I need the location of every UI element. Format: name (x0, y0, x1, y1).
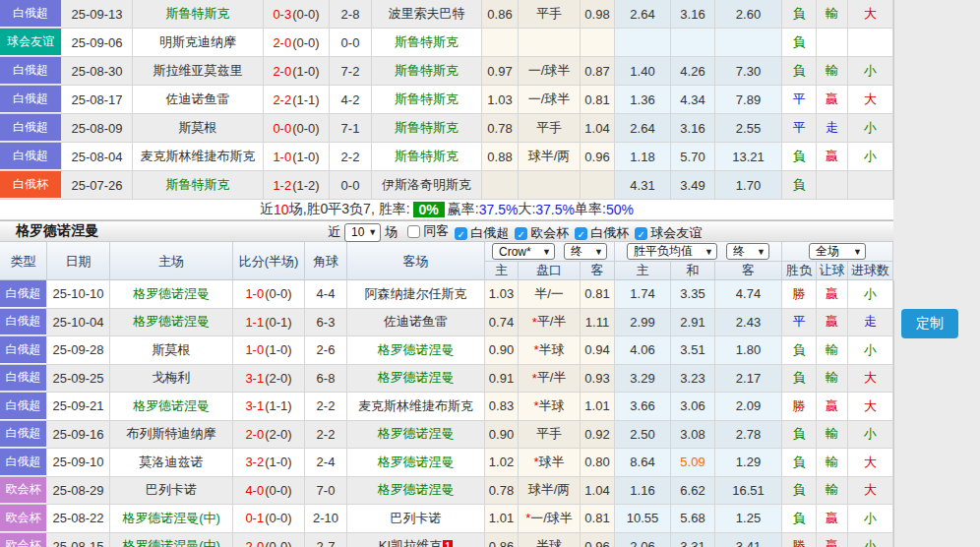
handicap-line: 球半/两 (519, 477, 581, 505)
home-team-name: 格罗德诺涅曼 (133, 285, 210, 303)
avg-odds-type-select[interactable]: 胜平负均值▼ (627, 243, 717, 260)
away-team[interactable]: 格罗德诺涅曼 (347, 365, 485, 393)
avg-draw-odds (671, 29, 715, 56)
avg-odds-value: 3.23 (680, 371, 704, 386)
result-handicap: 贏 (817, 533, 848, 547)
home-team[interactable]: 莫洛迪兹诺 (110, 449, 233, 476)
home-team-name: 布列斯特迪纳摩 (127, 425, 216, 443)
home-team-name: 格罗德诺涅曼(中) (122, 537, 220, 547)
avg-odds-value: 3.08 (680, 427, 704, 442)
away-team[interactable]: 斯鲁特斯克 (372, 86, 482, 113)
match-row: 欧会杯25-08-22格罗德诺涅曼(中)0-1(0-0)2-10巴列卡诺1.01… (0, 505, 893, 533)
away-team[interactable]: 麦克斯林维捷布斯克 (347, 393, 485, 420)
home-team[interactable]: 格罗德诺涅曼 (110, 280, 233, 308)
handicap-line: 平手 (519, 0, 581, 28)
home-team[interactable]: 斯莫根 (110, 336, 233, 364)
handicap-line: 球半/两 (519, 143, 581, 170)
filter-checkbox[interactable]: ✓ (575, 227, 587, 240)
result-goals: 小 (848, 57, 893, 85)
league-badge: 白俄超 (0, 365, 47, 393)
home-team[interactable]: 巴列卡诺 (110, 477, 233, 505)
result-handicap: 贏 (817, 280, 848, 308)
match-row: 白俄超25-09-16布列斯特迪纳摩2-0(2-0)2-2格罗德诺涅曼0.90平… (0, 421, 893, 450)
avg-odds-value: 1.25 (736, 511, 761, 525)
away-team[interactable]: 伊斯洛奇明斯克 (372, 171, 482, 199)
result-winlose: 負 (782, 336, 817, 364)
avg-odds-value: 5.09 (680, 455, 704, 469)
match-score: 2-0(0-0) (233, 533, 305, 547)
avg-away-odds: 7.30 (715, 57, 782, 85)
home-team[interactable]: 斯拉维亚莫兹里 (133, 57, 264, 85)
filter-checkbox[interactable]: ✓ (635, 227, 647, 240)
avg-odds-value: 2.64 (630, 7, 654, 22)
match-scope-select[interactable]: 全场▼ (809, 243, 866, 260)
away-team[interactable]: 巴列卡诺 (347, 505, 485, 532)
fulltime-score: 2-0 (245, 539, 264, 547)
summary-segment: 37.5% (479, 202, 519, 217)
recent-count-select[interactable]: 10 ▼ (344, 223, 381, 242)
odds-company-select[interactable]: Crow*▼ (492, 243, 555, 260)
fulltime-score: 1-0 (273, 150, 291, 164)
red-card-badge: 1 (443, 540, 453, 547)
halftime-score: (0-0) (265, 483, 291, 498)
handicap-away-odds: 1.04 (581, 114, 615, 142)
filter-checkbox[interactable] (407, 225, 420, 238)
filter-item: 同客 (407, 222, 449, 240)
select-value: 终 (733, 243, 745, 260)
filter-checkbox[interactable]: ✓ (455, 227, 467, 240)
final-odds-select[interactable]: 终▼ (564, 243, 607, 260)
avg-odds-value: 2.55 (736, 121, 761, 136)
result-goals: 小 (848, 505, 893, 532)
halftime-score: (1-1) (265, 398, 291, 413)
home-team[interactable]: 斯鲁特斯克 (133, 171, 264, 199)
home-team[interactable]: 明斯克迪纳摩 (133, 29, 264, 56)
home-team[interactable]: 戈梅利 (110, 365, 233, 393)
home-team[interactable]: 麦克斯林维捷布斯克 (133, 143, 264, 170)
match-date: 25-08-04 (62, 143, 133, 170)
home-team[interactable]: 佐迪诺鱼雷 (133, 86, 264, 113)
header-sub-label: 客 (581, 262, 615, 279)
handicap-line: 平手 (519, 114, 581, 142)
top-team-recent-matches-table: 白俄超25-09-13斯鲁特斯克0-3(0-0)2-8波里索夫巴特0.86平手0… (0, 0, 894, 200)
home-team[interactable]: 格罗德诺涅曼 (110, 393, 233, 420)
away-team[interactable]: 格罗德诺涅曼 (347, 449, 485, 476)
avg-draw-odds: 3.06 (671, 393, 715, 420)
handicap-home-odds: 0.90 (485, 336, 519, 364)
bottom-team-recent-matches-table: 白俄超25-10-10格罗德诺涅曼1-0(0-0)4-4阿森纳捷尔任斯克1.03… (0, 280, 894, 547)
home-team[interactable]: 格罗德诺涅曼 (110, 309, 233, 336)
away-team[interactable]: KI凯拉维克1 (347, 533, 485, 547)
away-team[interactable]: 斯鲁特斯克 (372, 114, 482, 142)
home-team[interactable]: 斯莫根 (133, 114, 264, 142)
avg-draw-odds: 5.70 (671, 143, 715, 170)
match-date: 25-10-04 (47, 309, 110, 336)
result-winlose: 負 (782, 0, 817, 28)
match-date: 25-08-17 (62, 86, 133, 113)
away-team[interactable]: 斯鲁特斯克 (372, 57, 482, 85)
away-team[interactable]: 格罗德诺涅曼 (347, 421, 485, 449)
home-team[interactable]: 格罗德诺涅曼(中) (110, 505, 233, 532)
avg-odds-value: 1.70 (736, 178, 761, 193)
fulltime-score: 2-0 (273, 64, 291, 79)
customize-button[interactable]: 定制 (901, 309, 958, 338)
league-badge: 白俄超 (0, 57, 62, 85)
away-team[interactable]: 格罗德诺涅曼 (347, 477, 485, 505)
corner-count: 7-1 (330, 114, 372, 142)
handicap-away-odds: 0.96 (581, 533, 615, 547)
away-team[interactable]: 佐迪诺鱼雷 (347, 309, 485, 336)
avg-home-odds: 2.64 (615, 114, 671, 142)
home-team[interactable]: 斯鲁特斯克 (133, 0, 264, 28)
filter-checkbox[interactable]: ✓ (515, 227, 527, 240)
away-team[interactable]: 格罗德诺涅曼 (347, 336, 485, 364)
away-team[interactable]: 斯鲁特斯克 (372, 29, 482, 56)
match-row: 白俄超25-10-04格罗德诺涅曼1-1(0-1)6-3佐迪诺鱼雷0.74*平/… (0, 309, 893, 337)
handicap-line: 一/球半 (519, 57, 581, 85)
halftime-score: (0-1) (265, 315, 291, 330)
select-value: 全场 (816, 243, 839, 260)
home-team[interactable]: 格罗德诺涅曼(中) (110, 533, 233, 547)
home-team[interactable]: 布列斯特迪纳摩 (110, 421, 233, 449)
recent-count-value: 10 (351, 225, 364, 239)
away-team[interactable]: 波里索夫巴特 (372, 0, 482, 28)
away-team[interactable]: 阿森纳捷尔任斯克 (347, 280, 485, 308)
away-team[interactable]: 斯鲁特斯克 (372, 143, 482, 170)
final-avg-select[interactable]: 终▼ (726, 243, 769, 260)
